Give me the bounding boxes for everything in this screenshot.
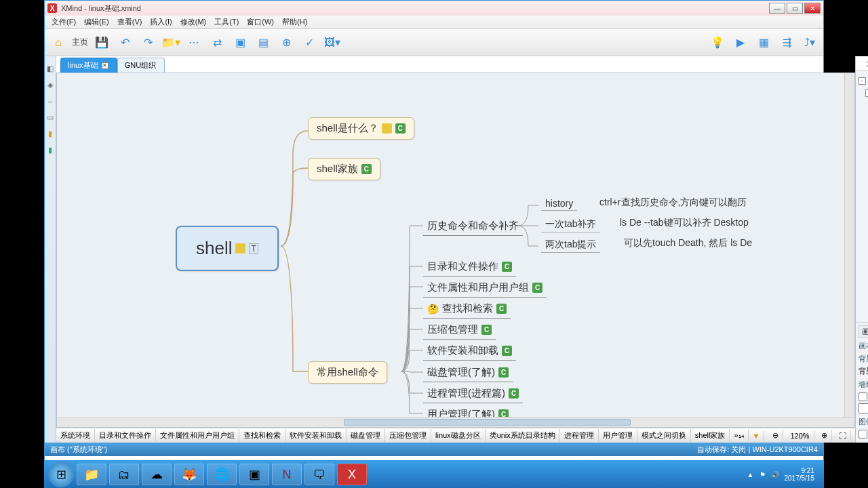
tree-row[interactable]: ▮: [859, 147, 868, 159]
sheet-tab[interactable]: 查找和检索: [239, 429, 285, 442]
sheet-tab[interactable]: 用户管理: [599, 429, 637, 442]
strip-icon[interactable]: –: [45, 96, 56, 106]
node-dir-file[interactable]: 目录和文件操作 C: [423, 258, 516, 277]
relation-icon[interactable]: ⇄: [208, 33, 226, 52]
node-software[interactable]: 软件安装和卸载 C: [423, 342, 516, 361]
tray-icon[interactable]: 🔊: [771, 471, 779, 479]
home-icon[interactable]: ⌂: [49, 33, 68, 52]
clock[interactable]: 9:21 2017/5/15: [785, 467, 815, 483]
tree-row[interactable]: -▫画布 1: [859, 87, 868, 100]
share-icon[interactable]: ⇶: [777, 33, 796, 52]
sheet-more[interactable]: »₁₄: [730, 430, 748, 441]
sheet-tab[interactable]: 类unix系统目录结构: [486, 429, 560, 442]
undo-icon[interactable]: ↶: [115, 33, 134, 52]
menu-modify[interactable]: 修改(M): [176, 16, 211, 28]
tree-row[interactable]: T: [859, 171, 868, 183]
check-icon[interactable]: ✓: [300, 33, 319, 52]
filter-icon[interactable]: ▼: [749, 430, 765, 441]
gantt-icon[interactable]: ▦: [754, 33, 773, 52]
node-tab-twice[interactable]: 两次tab提示: [541, 237, 600, 253]
strip-icon[interactable]: ▭: [45, 112, 56, 123]
save-icon[interactable]: 💾: [92, 33, 111, 52]
firefox-icon[interactable]: 🦊: [174, 464, 204, 485]
zoom-in-icon[interactable]: ⊕: [817, 430, 832, 441]
node-archive[interactable]: 压缩包管理 C: [423, 321, 496, 340]
menu-file[interactable]: 文件(F): [47, 16, 80, 28]
menu-window[interactable]: 窗口(W): [243, 16, 278, 28]
prop-tab[interactable]: 画...: [859, 325, 868, 338]
onenote-icon[interactable]: N: [272, 464, 302, 485]
menu-edit[interactable]: 编辑(E): [80, 16, 113, 28]
node-shell-what[interactable]: shell是什么？ C: [308, 117, 414, 140]
image-icon[interactable]: 🖼▾: [323, 33, 342, 52]
idea-icon[interactable]: 💡: [708, 33, 727, 52]
sheet-tab[interactable]: 目录和文件操作: [95, 429, 156, 442]
tree-row[interactable]: T: [859, 135, 868, 147]
tree-row[interactable]: -📘工作簿: [859, 75, 868, 87]
manager-icon[interactable]: 🗂: [109, 464, 139, 485]
mindmap-canvas[interactable]: shell T shell是什么？ C shell家族 C 常用shell命令 …: [56, 73, 855, 428]
tab-linux-basics[interactable]: linux基础✕: [60, 58, 117, 73]
chrome-icon[interactable]: 🌐: [207, 464, 237, 485]
zoom-fit-icon[interactable]: ⛶: [835, 430, 851, 441]
tab-gnu[interactable]: GNU组织: [117, 58, 165, 73]
sheet-tab[interactable]: shell家族: [691, 429, 730, 442]
legend-checkbox[interactable]: [859, 430, 867, 439]
start-button[interactable]: ⊞: [48, 462, 74, 487]
strip-icon[interactable]: ◧: [45, 63, 56, 74]
sheet-tab[interactable]: 系统环境: [56, 429, 95, 442]
summary-icon[interactable]: ▤: [254, 33, 273, 52]
scrollbar-thumb[interactable]: [344, 419, 631, 426]
sheet-tab[interactable]: 进程管理: [560, 429, 599, 442]
node-tab-once[interactable]: 一次tab补齐: [541, 217, 600, 232]
cloud-icon[interactable]: ☁: [142, 464, 172, 485]
menu-help[interactable]: 帮助(H): [278, 16, 311, 28]
tab-outline[interactable]: 大纲: [856, 56, 868, 70]
menu-tools[interactable]: 工具(T): [210, 16, 243, 28]
tray-icon[interactable]: ▲: [747, 471, 754, 479]
redo-icon[interactable]: ↷: [138, 33, 157, 52]
xmind-taskbar-icon[interactable]: X: [337, 464, 367, 485]
menu-view[interactable]: 查看(V): [113, 16, 146, 28]
node-process[interactable]: 进程管理(进程篇) C: [423, 384, 523, 403]
menu-insert[interactable]: 插入(I): [146, 16, 176, 28]
node-history[interactable]: history: [541, 197, 577, 211]
close-tab-icon[interactable]: ✕: [102, 62, 108, 69]
sheet-tab[interactable]: 压缩包管理: [385, 429, 431, 442]
strip-icon[interactable]: ▮: [45, 128, 56, 139]
vm-icon[interactable]: ▣: [239, 464, 269, 485]
zoom-out-icon[interactable]: ⊖: [768, 430, 783, 441]
tree-row[interactable]: +M1.: [859, 111, 868, 123]
close-button[interactable]: ✕: [804, 3, 821, 14]
opacity-input[interactable]: [859, 403, 868, 413]
maximize-button[interactable]: ▭: [787, 3, 803, 14]
explorer-icon[interactable]: 📁: [77, 464, 106, 485]
tree-row[interactable]: +M: [859, 159, 868, 171]
node-shell-family[interactable]: shell家族 C: [308, 158, 380, 180]
node-disk[interactable]: 磁盘管理(了解) C: [423, 363, 513, 382]
tree-row[interactable]: -Clinux: [859, 99, 868, 111]
node-root-shell[interactable]: shell T: [176, 226, 279, 271]
horizontal-scrollbar[interactable]: [57, 417, 854, 427]
tray-icon[interactable]: ⚑: [760, 471, 766, 479]
app-icon[interactable]: 🗨: [304, 464, 334, 485]
sheet-tab[interactable]: 磁盘管理: [347, 429, 385, 442]
node-search[interactable]: 🤔查找和检索 C: [423, 300, 511, 319]
sheet-tab[interactable]: 模式之间切换: [637, 429, 691, 442]
sheet-tab[interactable]: 软件安装和卸载: [285, 429, 347, 442]
tree-row[interactable]: T: [859, 123, 868, 135]
minimize-button[interactable]: —: [769, 3, 785, 14]
node-file-attr[interactable]: 文件属性和用户用户组 C: [423, 279, 547, 298]
boundary-icon[interactable]: ▣: [231, 33, 250, 52]
wallpaper-checkbox[interactable]: [859, 392, 867, 401]
sheet-tab[interactable]: 文件属性和用户用户组: [156, 429, 239, 442]
strip-icon[interactable]: ◈: [45, 79, 56, 90]
marker-icon[interactable]: ⊕: [277, 33, 296, 52]
node-history-completion[interactable]: 历史命令和命令补齐: [423, 217, 523, 236]
more-icon[interactable]: ⋯: [184, 33, 203, 52]
present-icon[interactable]: ▶: [731, 33, 750, 52]
folder-icon[interactable]: 📁▾: [161, 33, 180, 52]
sheet-tab[interactable]: linux磁盘分区: [431, 429, 486, 442]
export-icon[interactable]: ⤴▾: [800, 33, 819, 52]
vertical-scrollbar[interactable]: [844, 73, 854, 417]
